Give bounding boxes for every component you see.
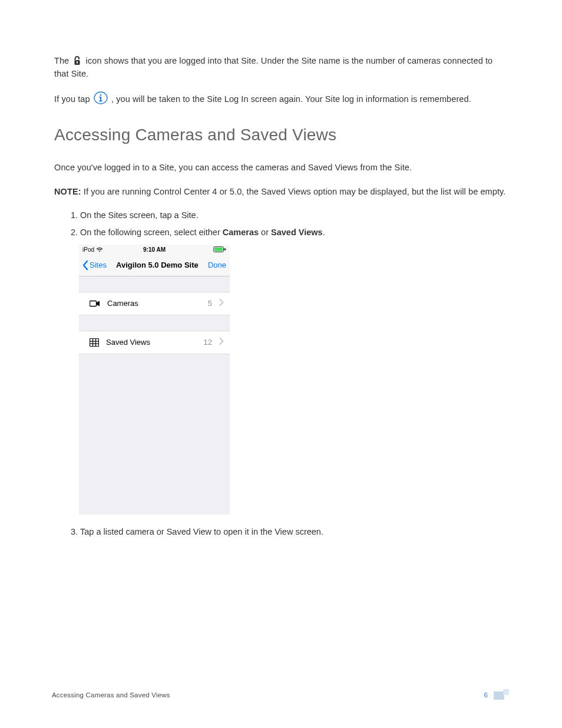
section-heading: Accessing Cameras and Saved Views [54,126,509,144]
text: , you will be taken to the Site Log In s… [111,94,471,104]
steps-list: On the Sites screen, tap a Site. On the … [54,209,509,538]
paragraph: Once you've logged in to a Site, you can… [54,161,509,174]
paragraph-lock-icon: The icon shows that you are logged into … [54,54,509,81]
text: icon shows that you are logged into that… [54,56,492,78]
unlock-icon [72,55,82,66]
step-3: Tap a listed camera or Saved View to ope… [80,525,509,538]
document-page: The icon shows that you are logged into … [0,0,562,728]
step-2: On the following screen, select either C… [80,226,509,515]
paragraph-info-icon: If you tap , you will be taken to the Si… [54,91,509,106]
battery-icon [213,246,226,252]
row-cameras[interactable]: Cameras 5 [79,292,230,315]
text: The [54,56,71,65]
device-label: iPod [82,245,94,255]
svg-rect-2 [77,62,78,64]
row-saved-views[interactable]: Saved Views 12 [79,331,230,354]
page-number: 6 [484,691,488,699]
status-bar: iPod 9:10 AM [79,245,230,254]
svg-rect-10 [224,248,225,251]
svg-rect-12 [90,339,99,347]
note-text: If you are running Control Center 4 or 5… [84,187,506,196]
svg-point-4 [100,94,101,96]
footer-section-title: Accessing Cameras and Saved Views [52,691,170,699]
info-icon [94,91,108,104]
row-label: Cameras [107,298,201,309]
grid-icon [90,338,99,347]
note-label: NOTE: [54,187,81,196]
nav-bar: Sites Avigilon 5.0 Demo Site Done [79,254,230,276]
chevron-right-icon [219,298,224,309]
row-count: 12 [204,337,212,348]
back-label: Sites [90,259,107,271]
footer-logo-mark [494,689,509,701]
svg-rect-6 [99,97,101,98]
done-button[interactable]: Done [208,259,226,271]
text: or [259,228,271,237]
wifi-icon [96,247,103,252]
step-1: On the Sites screen, tap a Site. [80,209,509,222]
note-paragraph: NOTE: If you are running Control Center … [54,185,509,198]
row-label: Saved Views [106,337,197,348]
svg-rect-9 [214,248,223,251]
svg-rect-7 [99,101,103,102]
back-button[interactable]: Sites [82,259,107,271]
text: If you tap [54,94,92,104]
text-bold: Cameras [223,228,259,237]
chevron-right-icon [219,337,224,348]
nav-title: Avigilon 5.0 Demo Site [107,259,208,271]
text: . [323,228,325,237]
chevron-left-icon [82,261,88,270]
camera-icon [90,300,100,307]
row-count: 5 [208,298,212,309]
text-bold: Saved Views [271,228,323,237]
text: On the following screen, select either [80,228,223,237]
svg-rect-11 [90,301,97,307]
phone-screenshot: iPod 9:10 AM [79,245,230,515]
page-footer: Accessing Cameras and Saved Views 6 [52,689,509,701]
status-time: 9:10 AM [143,245,166,255]
